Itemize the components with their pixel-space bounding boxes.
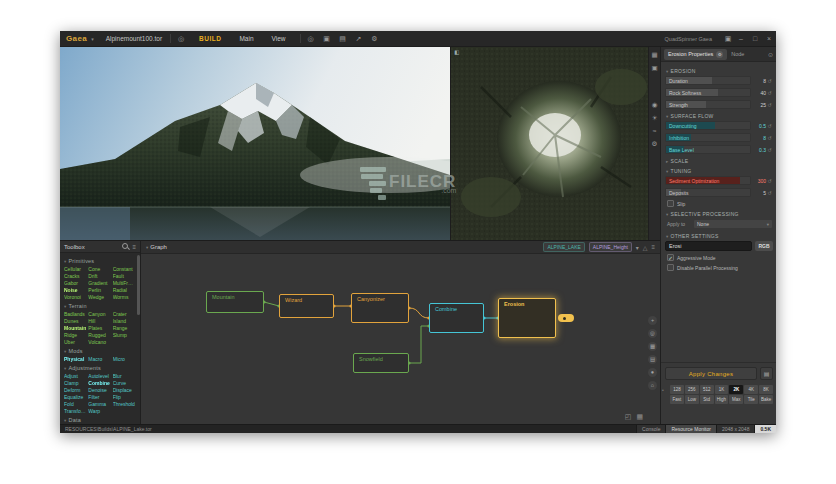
rgb-button[interactable]: RGB bbox=[755, 241, 773, 251]
map-mode-icon[interactable]: ◧ bbox=[454, 49, 459, 55]
graph-node[interactable]: Wizard bbox=[279, 294, 334, 318]
build-button[interactable]: BUILD bbox=[193, 34, 227, 43]
grid-toggle-icon[interactable]: ▦ bbox=[648, 342, 657, 351]
toolbox-node-item[interactable]: Dunes bbox=[64, 318, 86, 324]
resolution-button[interactable]: Std bbox=[700, 395, 714, 404]
slider-track[interactable]: Inhibition bbox=[665, 133, 751, 142]
node-name-field[interactable]: Erosi bbox=[665, 241, 752, 251]
toolbox-node-item[interactable]: Range bbox=[113, 325, 135, 331]
layout-split-icon[interactable]: ▦ bbox=[650, 50, 660, 60]
reset-icon[interactable]: ↺ bbox=[766, 147, 773, 153]
slider-track[interactable]: Rock Softness bbox=[665, 88, 751, 97]
minimize-button[interactable]: – bbox=[734, 35, 748, 42]
toolbox-node-item[interactable]: Flip bbox=[113, 394, 135, 400]
toolbox-node-item[interactable]: Radial bbox=[113, 287, 135, 293]
viewport-settings-icon[interactable]: ⚙ bbox=[650, 139, 660, 149]
toolbox-node-item[interactable]: Ridge bbox=[64, 332, 86, 338]
toolbox-node-item[interactable]: Equalize bbox=[64, 394, 86, 400]
view-2d-icon[interactable]: ▣ bbox=[650, 63, 660, 73]
toolbox-node-item[interactable]: Hill bbox=[88, 318, 110, 324]
water-icon[interactable]: ≈ bbox=[650, 126, 660, 136]
slider-track[interactable]: Downcutting bbox=[665, 121, 751, 130]
toolbox-node-item[interactable]: Drift bbox=[88, 273, 110, 279]
toolbox-node-item[interactable]: Warp bbox=[88, 408, 110, 414]
toolbox-node-item[interactable]: Displace bbox=[113, 387, 135, 393]
slider-track[interactable]: Strength bbox=[665, 100, 751, 109]
toolbox-node-item[interactable]: Gabor bbox=[64, 280, 86, 286]
toolbox-node-item[interactable]: Combine bbox=[88, 380, 110, 386]
toolbox-section-header[interactable]: ▾Mods bbox=[64, 348, 135, 354]
node-output-pill[interactable] bbox=[558, 314, 574, 322]
toolbox-node-item[interactable]: Curve bbox=[113, 380, 135, 386]
reset-icon[interactable]: ↺ bbox=[766, 135, 773, 141]
apply-options-icon[interactable]: ▤ bbox=[760, 367, 773, 380]
toolbox-menu-icon[interactable]: ≡ bbox=[132, 244, 136, 250]
view-options-icon[interactable]: ▾ bbox=[636, 244, 639, 251]
toolbox-node-item[interactable]: Threshold bbox=[113, 401, 135, 407]
reset-icon[interactable]: ↺ bbox=[766, 123, 773, 129]
resolution-button[interactable]: Low bbox=[685, 395, 699, 404]
resolution-lock-icon[interactable]: • bbox=[662, 387, 664, 393]
viewport-2d[interactable]: ◧ bbox=[450, 47, 648, 240]
viewport-3d[interactable] bbox=[60, 47, 450, 240]
toolbox-node-item[interactable]: Fold bbox=[64, 401, 86, 407]
toolbox-node-item[interactable]: Noise bbox=[64, 287, 86, 293]
graph-node[interactable]: Combine bbox=[429, 303, 484, 333]
status-segment[interactable]: 0.5K bbox=[754, 425, 776, 434]
maximize-button[interactable]: □ bbox=[748, 35, 762, 42]
toolbox-node-item[interactable]: Badlands bbox=[64, 311, 86, 317]
graph-menu-icon[interactable]: ≡ bbox=[651, 244, 655, 251]
camera-icon[interactable]: ◉ bbox=[650, 100, 660, 110]
toolbox-node-item[interactable]: Uber bbox=[64, 339, 86, 345]
toolbox-node-item[interactable]: Gradient bbox=[88, 280, 110, 286]
toolbox-node-item[interactable]: Fault bbox=[113, 273, 135, 279]
toolbox-node-item[interactable]: Clamp bbox=[64, 380, 86, 386]
search-icon[interactable] bbox=[122, 243, 129, 250]
panel-pin-icon[interactable]: ⊙ bbox=[768, 51, 773, 58]
target-icon[interactable]: ◎ bbox=[175, 35, 187, 43]
toolbox-section-header[interactable]: ▾Terrain bbox=[64, 303, 135, 309]
resolution-button[interactable]: Fast bbox=[670, 395, 684, 404]
app-logo[interactable]: Gaea bbox=[66, 34, 87, 43]
target-icon[interactable]: ◎ bbox=[305, 35, 317, 43]
resolution-button[interactable]: 128 bbox=[670, 385, 684, 394]
status-segment[interactable]: Console bbox=[636, 425, 665, 434]
toolbox-node-item[interactable]: Perlin bbox=[88, 287, 110, 293]
snapshot-icon[interactable]: ▣ bbox=[321, 35, 333, 43]
reset-icon[interactable]: ↺ bbox=[766, 190, 773, 196]
toolbox-node-item[interactable]: Cellular bbox=[64, 266, 86, 272]
reset-icon[interactable]: ↺ bbox=[766, 78, 773, 84]
checkbox[interactable] bbox=[667, 264, 674, 271]
minimap-icon[interactable]: ▦ bbox=[636, 413, 643, 421]
toolbox-node-item[interactable]: Gamma bbox=[88, 401, 110, 407]
resolution-button[interactable]: 512 bbox=[700, 385, 714, 394]
graph-tag[interactable]: ALPINE_LAKE bbox=[543, 242, 584, 252]
toolbox-node-item[interactable]: Island bbox=[113, 318, 135, 324]
toolbox-node-item[interactable]: Blur bbox=[113, 373, 135, 379]
resolution-button[interactable]: 8K bbox=[759, 385, 773, 394]
menu-main[interactable]: Main bbox=[233, 34, 259, 43]
toolbox-node-item[interactable]: Autolevel bbox=[88, 373, 110, 379]
layers-panel-icon[interactable]: ▤ bbox=[648, 355, 657, 364]
toolbox-node-item[interactable]: Constant bbox=[113, 266, 135, 272]
properties-section-header[interactable]: ▾SELECTIVE PROCESSING bbox=[666, 211, 773, 217]
settings-icon[interactable]: ⚙ bbox=[369, 35, 381, 43]
slider-track[interactable]: Sediment Optimization bbox=[665, 176, 751, 185]
toolbox-node-item[interactable]: Slump bbox=[113, 332, 135, 338]
layers-icon[interactable]: ▤ bbox=[337, 35, 349, 43]
resolution-button[interactable]: High bbox=[715, 395, 729, 404]
checkbox[interactable] bbox=[667, 200, 674, 207]
toolbox-node-item[interactable]: Canyon bbox=[88, 311, 110, 317]
reset-icon[interactable]: ↺ bbox=[766, 90, 773, 96]
pin-view-icon[interactable]: ● bbox=[648, 368, 657, 377]
dropdown-select[interactable]: None▾ bbox=[693, 219, 773, 229]
resolution-button[interactable]: 256 bbox=[685, 385, 699, 394]
app-menu-caret-icon[interactable]: ▾ bbox=[91, 36, 94, 42]
toolbox-node-item[interactable]: Denoise bbox=[88, 387, 110, 393]
properties-section-header[interactable]: ▾TUNING bbox=[666, 168, 773, 174]
toolbox-node-item[interactable]: MultiFractal bbox=[113, 280, 135, 286]
checkbox[interactable]: ✓ bbox=[667, 254, 674, 261]
toolbox-node-item[interactable]: Adjust bbox=[64, 373, 86, 379]
toolbox-node-item[interactable]: Micro bbox=[113, 356, 135, 362]
toolbox-section-header[interactable]: ▾Data bbox=[64, 417, 135, 423]
